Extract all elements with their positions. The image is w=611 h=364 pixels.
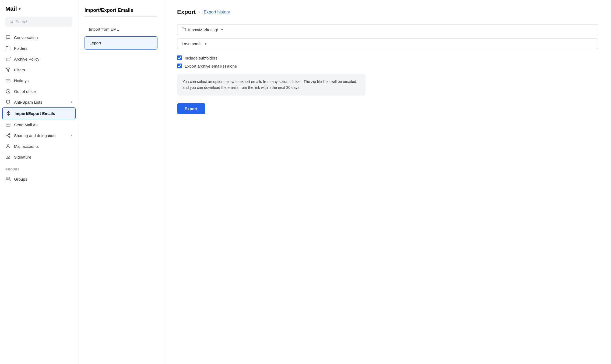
sidebar-item-signature-label: Signature <box>14 155 31 159</box>
sidebar-item-signature[interactable]: Signature <box>0 152 78 162</box>
sidebar-item-anti-spam-label: Anti-Spam Lists <box>14 100 42 104</box>
sidebar-item-archive-policy[interactable]: Archive Policy <box>0 54 78 64</box>
folder-dropdown-label: Inbox/Marketing/ <box>188 27 218 32</box>
sidebar-item-send-mail-as[interactable]: Send Mail As <box>0 119 78 130</box>
sidebar-item-out-of-office[interactable]: Out of office <box>0 86 78 97</box>
sidebar-item-mail-accounts-label: Mail accounts <box>14 144 39 149</box>
sidebar-item-filters[interactable]: Filters <box>0 64 78 75</box>
svg-line-18 <box>7 134 9 135</box>
archive-icon <box>5 56 11 62</box>
export-archive-label[interactable]: Export archive email(s) alone <box>177 64 598 68</box>
include-subfolders-label[interactable]: Include subfolders <box>177 55 598 60</box>
nav-section-groups: Groups <box>0 173 78 186</box>
info-box-text: You can select an option below to export… <box>182 79 356 90</box>
export-archive-text: Export archive email(s) alone <box>185 64 237 68</box>
sidebar-item-import-export-label: Import/Export Emails <box>15 111 55 116</box>
sidebar-item-folders[interactable]: Folders <box>0 43 78 54</box>
sidebar-header: Mail ▾ Search <box>0 5 78 31</box>
sidebar-item-anti-spam[interactable]: Anti-Spam Lists ▾ <box>0 97 78 107</box>
folder-dropdown[interactable]: Inbox/Marketing/ ▾ <box>177 24 598 35</box>
date-dropdown-chevron-icon: ▾ <box>205 42 206 46</box>
svg-line-1 <box>12 22 13 23</box>
app-title-chevron-icon: ▾ <box>19 7 20 11</box>
sidebar-item-folders-label: Folders <box>14 46 27 51</box>
sidebar-item-conversation-label: Conversation <box>14 35 38 40</box>
hotkeys-icon <box>5 78 11 83</box>
groups-section-label: GROUPS <box>0 163 78 173</box>
date-dropdown[interactable]: Last month ▾ <box>177 38 598 49</box>
main-title: Export <box>177 9 196 16</box>
main-header: Export · Export history <box>177 9 598 16</box>
sidebar-item-mail-accounts[interactable]: Mail accounts <box>0 141 78 152</box>
export-archive-checkbox[interactable] <box>177 64 182 68</box>
info-box: You can select an option below to export… <box>177 74 366 96</box>
sidebar-item-hotkeys[interactable]: Hotkeys <box>0 75 78 86</box>
search-icon <box>9 19 13 24</box>
svg-line-17 <box>7 136 9 136</box>
nav-section-main: Conversation Folders Archive Policy <box>0 31 78 163</box>
shield-icon <box>5 99 11 105</box>
groups-icon <box>5 176 11 182</box>
sharing-chevron-icon: ▾ <box>71 134 72 137</box>
sidebar-item-conversation[interactable]: Conversation <box>0 32 78 43</box>
sidebar-item-out-of-office-label: Out of office <box>14 89 36 94</box>
main-separator: · <box>199 9 201 15</box>
sidebar-item-send-mail-as-label: Send Mail As <box>14 122 38 127</box>
sidebar-item-groups[interactable]: Groups <box>0 174 78 184</box>
svg-point-21 <box>7 177 8 179</box>
svg-point-19 <box>7 145 9 146</box>
export-history-link[interactable]: Export history <box>204 10 230 15</box>
svg-marker-4 <box>6 68 10 72</box>
app-title-text: Mail <box>5 5 17 12</box>
signature-icon <box>5 154 11 160</box>
import-export-icon <box>6 111 11 116</box>
middle-panel: Import/Export Emails Import from EML Exp… <box>78 0 164 364</box>
include-subfolders-checkbox[interactable] <box>177 55 182 60</box>
filter-icon <box>5 67 11 72</box>
middle-item-export[interactable]: Export <box>85 36 157 50</box>
sidebar-item-sharing[interactable]: Sharing and delegation ▾ <box>0 130 78 141</box>
folder-icon <box>5 46 11 51</box>
middle-item-import-eml[interactable]: Import from EML <box>85 23 157 35</box>
svg-rect-13 <box>6 123 10 126</box>
sidebar-item-archive-policy-label: Archive Policy <box>14 57 39 61</box>
svg-rect-2 <box>6 57 10 58</box>
date-dropdown-label: Last month <box>182 41 202 46</box>
anti-spam-chevron-icon: ▾ <box>71 100 72 104</box>
search-placeholder: Search <box>16 19 29 24</box>
sidebar-item-filters-label: Filters <box>14 68 25 72</box>
controls-section: Inbox/Marketing/ ▾ Last month ▾ <box>177 24 598 49</box>
folder-dropdown-icon <box>182 27 186 32</box>
sidebar: Mail ▾ Search Conversation <box>0 0 78 364</box>
chat-icon <box>5 35 11 40</box>
include-subfolders-text: Include subfolders <box>185 56 217 60</box>
sharing-icon <box>5 133 11 138</box>
search-box[interactable]: Search <box>5 17 72 27</box>
sidebar-item-groups-label: Groups <box>14 177 27 181</box>
main-content: Export · Export history Inbox/Marketing/… <box>164 0 611 364</box>
export-button[interactable]: Export <box>177 103 205 114</box>
send-mail-icon <box>5 122 11 127</box>
sidebar-item-import-export[interactable]: Import/Export Emails <box>2 107 76 119</box>
app-title[interactable]: Mail ▾ <box>5 5 72 12</box>
folder-dropdown-chevron-icon: ▾ <box>221 28 223 32</box>
sidebar-item-hotkeys-label: Hotkeys <box>14 78 29 83</box>
mail-accounts-icon <box>5 144 11 149</box>
sidebar-item-sharing-label: Sharing and delegation <box>14 133 55 138</box>
checkbox-group: Include subfolders Export archive email(… <box>177 55 598 68</box>
middle-panel-title: Import/Export Emails <box>85 8 157 17</box>
out-of-office-icon <box>5 89 11 94</box>
